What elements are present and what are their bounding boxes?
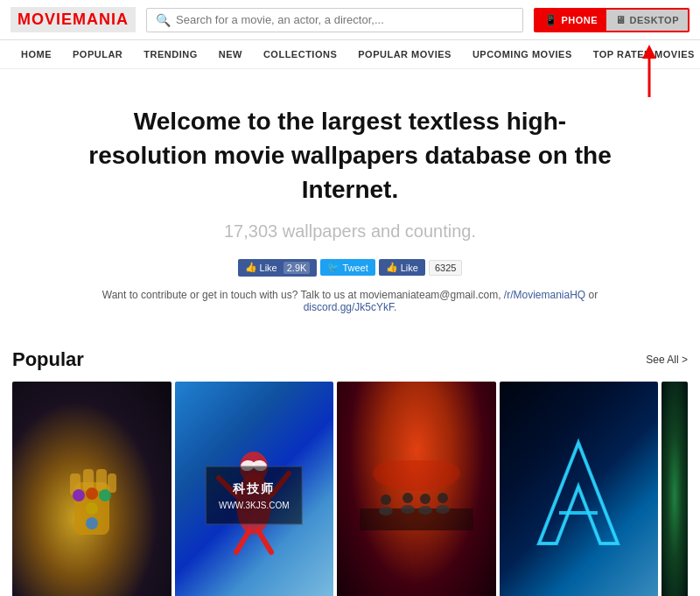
- svg-point-8: [86, 487, 98, 500]
- svg-rect-20: [360, 508, 473, 530]
- contact-info: Want to contribute or get in touch with …: [88, 289, 612, 313]
- fb-like-label: Like: [260, 263, 277, 273]
- hero-section: Welcome to the largest textless high-res…: [0, 69, 700, 331]
- logo-text: MOVIEMANIA: [18, 11, 129, 28]
- search-bar[interactable]: 🔍: [146, 8, 523, 32]
- nav-home[interactable]: HOME: [10, 40, 62, 68]
- movie-card-4[interactable]: [500, 382, 659, 596]
- watermark-line2: WWW.3KJS.COM: [219, 500, 290, 509]
- nav-popular-movies[interactable]: POPULAR MOVIES: [347, 40, 462, 68]
- svg-point-24: [401, 505, 415, 514]
- fb-like-count: 2.9K: [284, 262, 311, 274]
- stranger-things-icon: [360, 460, 473, 530]
- movie-poster-3: [337, 382, 496, 596]
- reddit-link[interactable]: /r/MoviemaniaHQ: [504, 289, 585, 301]
- like2-label: Like: [401, 263, 418, 273]
- svg-point-27: [438, 493, 448, 503]
- like-button-2[interactable]: 👍 Like: [379, 259, 425, 276]
- search-input[interactable]: [176, 13, 514, 26]
- fb-like-icon: 👍: [245, 262, 257, 273]
- facebook-like-button[interactable]: 👍 Like 2.9K: [238, 259, 318, 277]
- gauntlet-icon: [57, 447, 127, 543]
- watermark-line1: 科技师: [219, 480, 290, 496]
- see-all-link[interactable]: See All >: [646, 354, 688, 366]
- movie-grid: 科技师 WWW.3KJS.COM: [12, 382, 688, 596]
- main-nav: HOME POPULAR TRENDING NEW COLLECTIONS PO…: [0, 40, 700, 69]
- movie-card-3[interactable]: [337, 382, 496, 596]
- like-count-badge: 6325: [429, 260, 462, 276]
- svg-marker-30: [539, 443, 618, 543]
- svg-point-28: [436, 505, 450, 514]
- desktop-button[interactable]: 🖥 DESKTOP: [606, 10, 688, 31]
- desktop-icon: 🖥: [615, 14, 626, 26]
- nav-trending[interactable]: TRENDING: [133, 40, 207, 68]
- movie-poster-4: [500, 382, 659, 596]
- logo[interactable]: MOVIEMANIA: [10, 7, 136, 32]
- tweet-icon: 🐦: [327, 262, 340, 273]
- movie-card-2[interactable]: 科技师 WWW.3KJS.COM: [175, 382, 334, 596]
- nav-upcoming-movies[interactable]: UPCOMING MOVIES: [462, 40, 583, 68]
- phone-label: PHONE: [561, 15, 598, 25]
- svg-point-22: [379, 507, 393, 515]
- movie-poster-1: [12, 382, 172, 596]
- tweet-label: Tweet: [342, 263, 368, 273]
- watermark-overlay: 科技师 WWW.3KJS.COM: [206, 466, 303, 524]
- desktop-label: DESKTOP: [630, 15, 679, 25]
- nav-wrapper: HOME POPULAR TRENDING NEW COLLECTIONS PO…: [0, 40, 700, 69]
- discord-link[interactable]: discord.gg/Jk5cYkF: [304, 301, 394, 313]
- hero-headline: Welcome to the largest textless high-res…: [88, 104, 612, 207]
- tweet-button[interactable]: 🐦 Tweet: [320, 259, 374, 276]
- svg-marker-32: [539, 443, 618, 543]
- avengers-icon: [535, 438, 622, 552]
- nav-popular[interactable]: POPULAR: [62, 40, 133, 68]
- header: MOVIEMANIA 🔍 📱 PHONE 🖥 DESKTOP: [0, 0, 700, 40]
- device-toggle: 📱 PHONE 🖥 DESKTOP: [534, 8, 690, 32]
- svg-point-9: [99, 489, 111, 501]
- movie-card-5[interactable]: [662, 382, 688, 596]
- phone-icon: 📱: [544, 14, 558, 26]
- popular-section: Popular See All >: [0, 331, 700, 596]
- svg-point-7: [73, 489, 85, 501]
- like2-icon: 👍: [386, 262, 398, 273]
- popular-header: Popular See All >: [12, 348, 688, 371]
- search-icon: 🔍: [156, 13, 171, 27]
- nav-top-rated-movies[interactable]: TOP RATED MOVIES: [583, 40, 700, 68]
- contact-text-static: Want to contribute or get in touch with …: [102, 289, 501, 301]
- svg-line-19: [258, 530, 271, 552]
- logo-mania: MANIA: [73, 11, 129, 28]
- nav-new[interactable]: NEW: [208, 40, 253, 68]
- svg-line-18: [236, 530, 249, 552]
- svg-rect-6: [108, 473, 116, 493]
- contact-or: or: [589, 289, 598, 301]
- svg-rect-5: [96, 469, 107, 491]
- phone-button[interactable]: 📱 PHONE: [536, 10, 606, 31]
- social-buttons: 👍 Like 2.9K 🐦 Tweet 👍 Like 6325: [52, 259, 648, 277]
- svg-point-10: [86, 502, 98, 515]
- popular-title: Popular: [12, 348, 84, 371]
- svg-point-11: [86, 517, 98, 529]
- hero-subtitle: 17,303 wallpapers and counting.: [52, 221, 648, 242]
- logo-movie: MOVIE: [18, 11, 73, 28]
- svg-point-29: [373, 460, 460, 491]
- nav-collections[interactable]: COLLECTIONS: [253, 40, 347, 68]
- svg-point-21: [381, 494, 391, 505]
- svg-point-25: [420, 494, 430, 504]
- movie-poster-5: [662, 382, 688, 596]
- svg-point-23: [402, 493, 413, 503]
- movie-card-1[interactable]: [12, 382, 172, 596]
- svg-point-26: [418, 506, 432, 515]
